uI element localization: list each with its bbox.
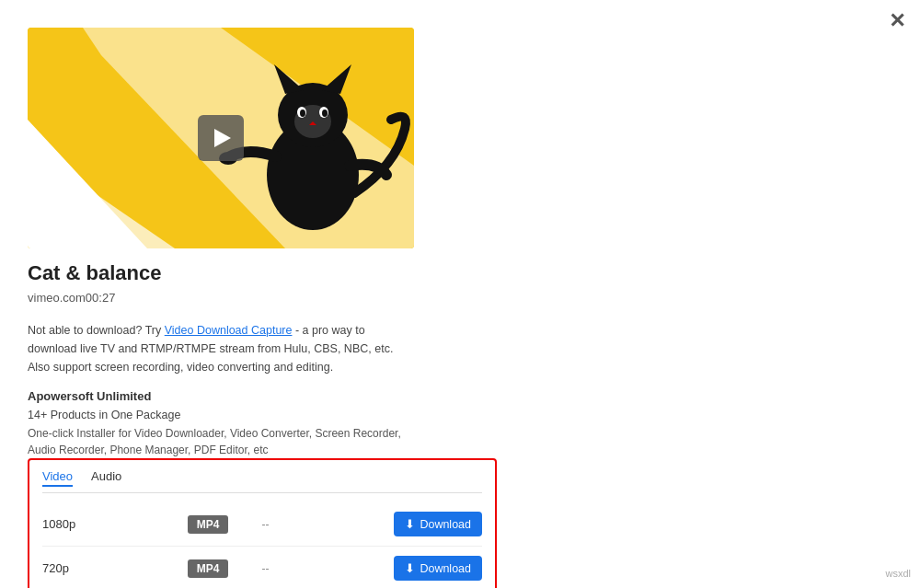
download-icon-1080p: ⬇ — [405, 517, 415, 531]
tab-audio[interactable]: Audio — [91, 469, 121, 487]
not-able-prefix: Not able to download? Try — [28, 324, 165, 337]
download-btn-720p[interactable]: ⬇ Download — [394, 556, 482, 581]
format-mp4-720p: MP4 — [188, 559, 228, 578]
play-icon — [214, 129, 231, 147]
promo-desc: One-click Installer for Video Downloader… — [28, 425, 414, 458]
video-download-list: 1080p MP4 -- ⬇ Download 720p MP4 -- ⬇ Do… — [42, 502, 482, 588]
download-row-1080p: 1080p MP4 -- ⬇ Download — [42, 502, 482, 547]
quality-1080p: 1080p — [42, 517, 180, 531]
not-able-text: Not able to download? Try Video Download… — [28, 321, 414, 376]
download-icon-720p: ⬇ — [405, 561, 415, 575]
video-download-capture-link[interactable]: Video Download Capture — [165, 324, 293, 337]
play-button[interactable] — [198, 115, 244, 161]
promo-sub: 14+ Products in One Package — [28, 409, 414, 421]
promo-title: Apowersoft Unlimited — [28, 389, 414, 403]
left-panel: Cat & balance vimeo.com00:27 Not able to… — [28, 28, 432, 458]
right-panel: Video Audio 1080p MP4 -- ⬇ Download 720p… — [28, 458, 497, 588]
svg-point-12 — [322, 110, 328, 117]
promo-section: Apowersoft Unlimited 14+ Products in One… — [28, 389, 414, 458]
video-meta: vimeo.com00:27 — [28, 291, 414, 305]
download-label-720p: Download — [420, 562, 471, 575]
format-mp4-1080p: MP4 — [188, 515, 228, 534]
download-btn-1080p[interactable]: ⬇ Download — [394, 512, 482, 536]
tab-row: Video Audio — [42, 469, 482, 493]
size-1080p: -- — [236, 518, 295, 531]
video-title: Cat & balance — [28, 261, 414, 285]
tab-video[interactable]: Video — [42, 469, 73, 487]
watermark: wsxdl — [885, 568, 911, 579]
download-row-720p: 720p MP4 -- ⬇ Download — [42, 547, 482, 588]
quality-720p: 720p — [42, 561, 180, 575]
size-720p: -- — [236, 562, 295, 575]
svg-point-11 — [300, 110, 305, 117]
video-thumbnail[interactable] — [28, 28, 414, 248]
close-button[interactable]: ✕ — [889, 11, 905, 31]
download-label-1080p: Download — [420, 518, 471, 531]
